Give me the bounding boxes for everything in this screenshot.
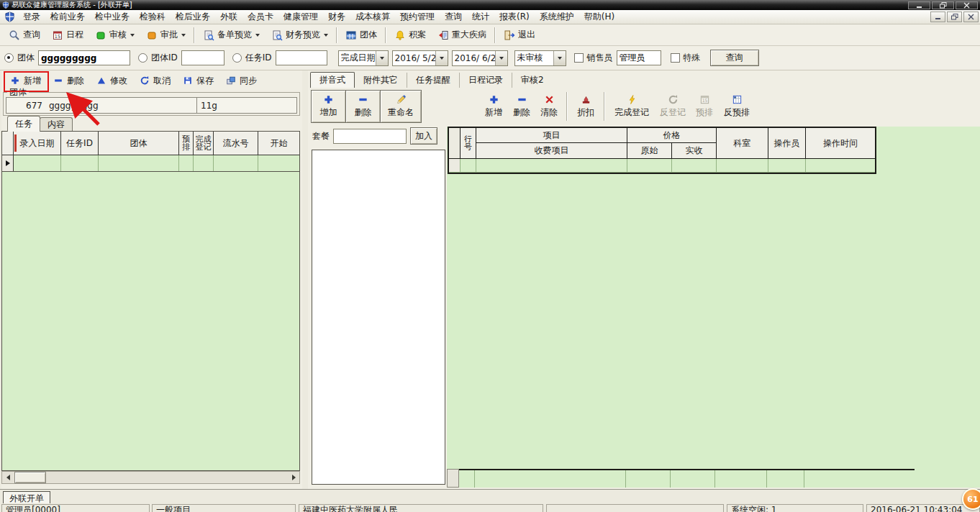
item-add-button[interactable]: 新增 <box>479 94 508 119</box>
column-header-charge-item[interactable]: 收费项目 <box>476 143 627 158</box>
toolbar-order-preview-button[interactable]: 备单预览 <box>197 27 266 44</box>
task-id-radio[interactable] <box>232 53 242 63</box>
group-input[interactable] <box>38 50 130 65</box>
toolbar-schedule-button[interactable]: 15 日程 <box>46 27 89 44</box>
close-button[interactable] <box>956 1 978 9</box>
date-from-dropdown-button[interactable] <box>435 51 448 65</box>
date-from-select[interactable]: 2016/ 5/22 <box>392 50 448 66</box>
column-header-preschedule[interactable]: 预 排 <box>179 132 194 155</box>
task-grid-row[interactable] <box>2 155 299 172</box>
left-add-button[interactable]: 新增 <box>10 75 41 87</box>
tab-task-reminder[interactable]: 任务提醒 <box>407 73 460 88</box>
toolbar-backlog-button[interactable]: 积案 <box>389 27 432 44</box>
menu-help[interactable]: 帮助(H) <box>579 11 620 23</box>
date-to-dropdown-button[interactable] <box>495 51 507 65</box>
group-row[interactable]: 677 ggggggggg 11g <box>6 97 297 114</box>
current-row-marker <box>2 155 14 171</box>
column-header-task-id[interactable]: 任务ID <box>61 132 99 155</box>
column-header-start[interactable]: 开始 <box>258 132 299 155</box>
mdi-minimize-button[interactable] <box>930 12 945 22</box>
column-header-entry-date[interactable]: 录入日期 <box>14 132 61 155</box>
salesman-input[interactable] <box>617 50 661 65</box>
item-delete-button[interactable]: 删除 <box>508 94 535 119</box>
menu-health-mgmt[interactable]: 健康管理 <box>278 11 323 23</box>
tab-schedule-record[interactable]: 日程记录 <box>460 73 512 88</box>
column-header-price[interactable]: 价格 <box>627 128 716 143</box>
charge-grid-row[interactable] <box>449 158 875 173</box>
menu-post-exam[interactable]: 检后业务 <box>171 11 215 23</box>
package-join-button[interactable]: 加入 <box>410 127 437 145</box>
menu-appointment[interactable]: 预约管理 <box>395 11 440 23</box>
group-radio[interactable] <box>4 53 14 63</box>
tab-review2[interactable]: 审核2 <box>512 73 553 88</box>
package-add-button[interactable]: 增加 <box>311 90 346 123</box>
date-type-select[interactable]: 完成日期 <box>338 50 389 66</box>
toolbar-exit-button[interactable]: 退出 <box>498 27 541 44</box>
undo-preschedule-button[interactable]: 反预排 <box>718 94 756 119</box>
left-modify-button[interactable]: 修改 <box>96 75 127 87</box>
item-clear-button[interactable]: 清除 <box>535 94 563 119</box>
mdi-close-button[interactable] <box>963 12 979 22</box>
menu-mid-exam[interactable]: 检中业务 <box>90 11 135 23</box>
column-header-operate-time[interactable]: 操作时间 <box>806 128 875 158</box>
restore-button[interactable] <box>932 1 954 9</box>
toolbar-approve-button[interactable]: 审批 <box>140 27 191 44</box>
menu-cost[interactable]: 成本核算 <box>350 11 395 23</box>
scrollbar-thumb[interactable] <box>14 472 46 483</box>
tab-attachments[interactable]: 附件其它 <box>355 73 407 88</box>
group-id-input[interactable] <box>181 50 224 65</box>
scroll-right-button[interactable] <box>288 472 299 483</box>
package-rename-button[interactable]: 重命名 <box>380 90 422 123</box>
menu-statistics[interactable]: 统计 <box>467 11 494 23</box>
date-to-select[interactable]: 2016/ 6/21 <box>452 50 508 66</box>
menu-lab[interactable]: 检验科 <box>135 11 171 23</box>
date-type-dropdown-button[interactable] <box>376 51 388 65</box>
minimize-button[interactable] <box>908 1 930 9</box>
toolbar-search-button[interactable]: 查询 <box>3 27 46 44</box>
query-button[interactable]: 查询 <box>710 50 759 66</box>
toolbar-review-button[interactable]: 审核 <box>89 27 140 44</box>
scroll-left-button[interactable] <box>2 472 14 483</box>
mdi-restore-button[interactable] <box>947 12 962 22</box>
left-cancel-button[interactable]: 取消 <box>140 75 171 87</box>
left-sync-button[interactable]: 同步 <box>226 75 257 87</box>
toolbar-finance-preview-button[interactable]: 财务预览 <box>266 27 334 44</box>
column-header-row-no[interactable]: 行 号 <box>460 128 476 158</box>
left-save-button[interactable]: 保存 <box>183 75 214 87</box>
notification-badge[interactable]: 61 <box>962 488 980 510</box>
column-header-complete-register[interactable]: 完成 登记 <box>194 132 214 155</box>
toolbar-major-disease-button[interactable]: 重大疾病 <box>432 27 492 44</box>
task-id-input[interactable] <box>276 50 327 65</box>
menu-query[interactable]: 查询 <box>440 11 467 23</box>
column-header-operator[interactable]: 操作员 <box>768 128 806 158</box>
left-grid-hscrollbar[interactable] <box>1 471 300 484</box>
audit-status-select[interactable]: 未审核 <box>514 50 566 66</box>
menu-reports[interactable]: 报表(R) <box>494 11 535 23</box>
column-header-actual[interactable]: 实收 <box>672 143 716 158</box>
special-checkbox[interactable] <box>671 53 680 63</box>
tab-pinyin[interactable]: 拼音式 <box>310 72 355 88</box>
left-delete-button[interactable]: 删除 <box>53 75 84 87</box>
tab-content[interactable]: 内容 <box>40 117 73 132</box>
group-id-radio[interactable] <box>138 53 148 63</box>
column-header-serial-no[interactable]: 流水号 <box>214 132 258 155</box>
menu-finance[interactable]: 财务 <box>323 11 350 23</box>
package-input[interactable] <box>333 129 407 144</box>
audit-status-dropdown-button[interactable] <box>553 51 566 65</box>
tab-task[interactable]: 任务 <box>7 116 40 132</box>
column-header-original[interactable]: 原始 <box>627 143 672 158</box>
menu-external[interactable]: 外联 <box>215 11 242 23</box>
package-listbox[interactable] <box>312 150 445 485</box>
menu-system-maintenance[interactable]: 系统维护 <box>535 11 579 23</box>
column-header-item[interactable]: 项目 <box>476 128 627 143</box>
discount-button[interactable]: 折扣 <box>571 94 600 119</box>
menu-pre-exam[interactable]: 检前业务 <box>45 11 90 23</box>
package-delete-button[interactable]: 删除 <box>345 90 381 123</box>
salesman-checkbox[interactable] <box>574 53 584 63</box>
toolbar-group-button[interactable]: 团体 <box>340 27 383 44</box>
menu-login[interactable]: 登录 <box>18 11 45 23</box>
menu-member-card[interactable]: 会员卡 <box>242 11 278 23</box>
column-header-department[interactable]: 科室 <box>717 128 768 158</box>
column-header-group[interactable]: 团体 <box>99 132 179 155</box>
complete-register-button[interactable]: 完成登记 <box>609 94 655 119</box>
